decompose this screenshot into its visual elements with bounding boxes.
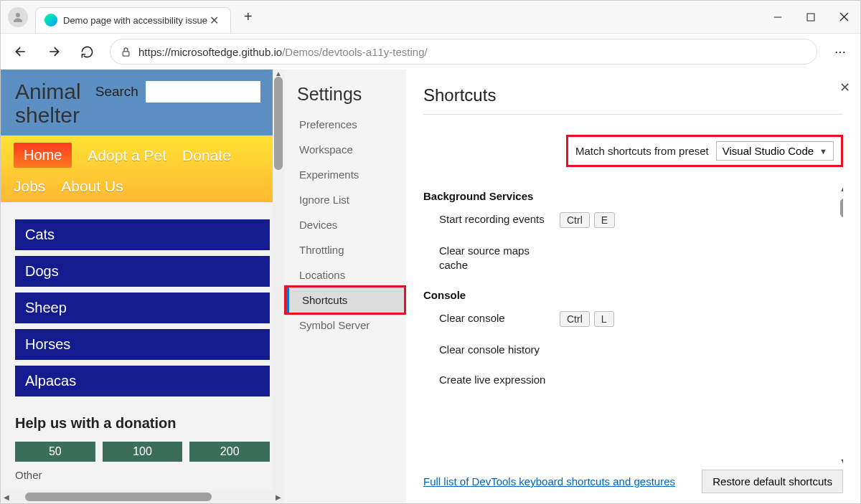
maximize-button[interactable]: [794, 1, 827, 34]
nav-jobs[interactable]: Jobs: [14, 178, 45, 195]
category-list: Cats Dogs Sheep Horses Alpacas: [1, 202, 284, 402]
preset-dropdown[interactable]: Visual Studio Code ▼: [716, 141, 834, 161]
settings-title: Settings: [284, 84, 406, 112]
nav-home[interactable]: Home: [14, 143, 72, 168]
vertical-scrollbar[interactable]: ▲ ▼: [837, 186, 843, 464]
new-tab-button[interactable]: +: [237, 6, 260, 29]
tab-title: Demo page with accessibility issue: [63, 15, 207, 26]
list-item[interactable]: Sheep: [15, 293, 270, 323]
shortcut-row: Clear console history: [423, 343, 843, 357]
nav-about[interactable]: About Us: [61, 178, 123, 195]
sidebar-item-ignore-list[interactable]: Ignore List: [284, 187, 406, 212]
section-heading: Background Services: [423, 190, 843, 202]
key-badge: L: [594, 311, 614, 327]
donate-section: Help us with a donation 50 100 200 Other: [1, 402, 284, 485]
sidebar-item-shortcuts[interactable]: Shortcuts: [286, 287, 404, 313]
vertical-scrollbar[interactable]: ▲: [273, 70, 284, 490]
preset-label: Match shortcuts from preset: [575, 145, 709, 157]
sidebar-item-preferences[interactable]: Preferences: [284, 112, 406, 137]
sidebar-item-locations[interactable]: Locations: [284, 262, 406, 287]
page-header: Animal Search shelter: [1, 70, 284, 135]
page-title: Shortcuts: [423, 85, 843, 115]
search-input[interactable]: [146, 81, 260, 103]
reload-button[interactable]: [72, 37, 101, 66]
highlight-box: Match shortcuts from preset Visual Studi…: [566, 135, 843, 167]
sidebar-item-throttling[interactable]: Throttling: [284, 237, 406, 262]
lock-icon: [121, 47, 131, 57]
devtools-panel: Settings Preferences Workspace Experimen…: [284, 70, 860, 503]
svg-point-0: [16, 13, 20, 17]
donate-button[interactable]: 200: [189, 442, 270, 462]
settings-sidebar: Settings Preferences Workspace Experimen…: [284, 70, 406, 503]
highlight-box: Shortcuts: [284, 285, 406, 315]
key-badge: E: [594, 212, 615, 228]
full-list-link[interactable]: Full list of DevTools keyboard shortcuts…: [423, 475, 675, 488]
close-window-button[interactable]: [827, 1, 860, 34]
profile-icon[interactable]: [8, 7, 28, 27]
svg-rect-2: [807, 14, 814, 21]
list-item[interactable]: Alpacas: [15, 366, 270, 396]
titlebar: Demo page with accessibility issue ✕ +: [1, 1, 860, 34]
svg-rect-5: [123, 51, 129, 55]
tab-close-icon[interactable]: ✕: [207, 13, 222, 27]
browser-toolbar: https://microsoftedge.github.io/Demos/de…: [1, 34, 860, 70]
horizontal-scrollbar[interactable]: ◀ ▶: [1, 490, 284, 503]
more-menu-button[interactable]: ⋯: [826, 37, 855, 66]
forward-button[interactable]: [39, 37, 68, 66]
search-label: Search: [95, 84, 138, 100]
shortcut-row: Clear console Ctrl L: [423, 311, 843, 327]
restore-defaults-button[interactable]: Restore default shortcuts: [702, 470, 843, 493]
key-badge: Ctrl: [560, 311, 590, 327]
webpage-pane: Animal Search shelter Home Adopt a Pet D…: [1, 70, 284, 503]
list-item[interactable]: Dogs: [15, 256, 270, 287]
donate-button[interactable]: 100: [103, 442, 183, 462]
url-text: https://microsoftedge.github.io/Demos/de…: [138, 46, 428, 58]
sidebar-item-experiments[interactable]: Experiments: [284, 162, 406, 187]
list-item[interactable]: Cats: [15, 219, 270, 250]
shortcut-row: Clear source maps cache: [423, 244, 843, 273]
shortcut-row: Start recording events Ctrl E: [423, 212, 843, 228]
other-label: Other: [15, 469, 270, 481]
section-heading: Console: [423, 289, 843, 301]
sidebar-item-devices[interactable]: Devices: [284, 212, 406, 237]
address-bar[interactable]: https://microsoftedge.github.io/Demos/de…: [110, 39, 817, 65]
minimize-button[interactable]: [761, 1, 794, 34]
back-button[interactable]: [6, 37, 35, 66]
main-nav: Home Adopt a Pet Donate Jobs About Us: [1, 135, 284, 202]
tab-favicon-icon: [44, 14, 57, 27]
chevron-down-icon: ▼: [819, 147, 827, 156]
key-badge: Ctrl: [560, 212, 590, 228]
close-icon[interactable]: ✕: [839, 80, 850, 95]
shortcut-row: Create live expression: [423, 373, 843, 387]
site-title-2: shelter: [15, 103, 80, 127]
nav-adopt[interactable]: Adopt a Pet: [88, 147, 166, 164]
browser-tab[interactable]: Demo page with accessibility issue ✕: [35, 7, 231, 33]
settings-content: ✕ Shortcuts Match shortcuts from preset …: [406, 70, 860, 503]
donate-heading: Help us with a donation: [15, 415, 270, 432]
nav-donate[interactable]: Donate: [182, 147, 231, 164]
donate-button[interactable]: 50: [15, 442, 95, 462]
sidebar-item-symbol-server[interactable]: Symbol Server: [284, 313, 406, 338]
site-title: Animal: [15, 80, 81, 103]
sidebar-item-workspace[interactable]: Workspace: [284, 137, 406, 162]
list-item[interactable]: Horses: [15, 329, 270, 360]
